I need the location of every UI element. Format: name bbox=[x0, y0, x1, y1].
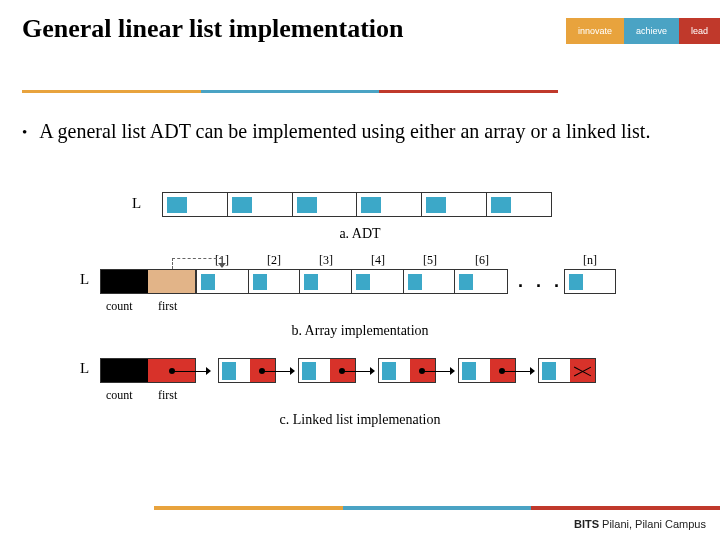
first-arrow-seg bbox=[172, 258, 222, 259]
linked-node-1 bbox=[218, 358, 276, 383]
null-pointer-icon bbox=[570, 359, 595, 382]
bullet-item: • A general list ADT can be implemented … bbox=[22, 118, 692, 145]
linked-L-label: L bbox=[80, 360, 89, 377]
svg-point-0 bbox=[441, 1, 489, 49]
linked-header-first bbox=[148, 359, 195, 382]
footer-rest: Pilani, Pilani Campus bbox=[599, 518, 706, 530]
idx-3: [3] bbox=[300, 253, 352, 268]
array-cell-n bbox=[564, 269, 616, 294]
array-header-first bbox=[148, 270, 195, 293]
array-indices: [1] [2] [3] [4] [5] [6] bbox=[196, 253, 508, 268]
first-arrow-head-icon bbox=[218, 263, 226, 268]
first-arrow-seg bbox=[172, 258, 173, 269]
adt-row: L a. ADT bbox=[80, 192, 640, 247]
bullet-text: A general list ADT can be implemented us… bbox=[39, 118, 650, 145]
array-first-label: first bbox=[158, 299, 177, 314]
adt-caption: a. ADT bbox=[80, 226, 640, 242]
linked-node-4 bbox=[458, 358, 516, 383]
array-header-count bbox=[101, 270, 148, 293]
footer-text: BITS Pilani, Pilani Campus bbox=[574, 518, 706, 530]
title-underline bbox=[22, 90, 558, 93]
linked-first-label: first bbox=[158, 388, 177, 403]
linked-caption: c. Linked list implemenation bbox=[80, 412, 640, 428]
linked-header-box bbox=[100, 358, 196, 383]
tab-achieve: achieve bbox=[624, 18, 679, 44]
array-L-label: L bbox=[80, 271, 89, 288]
array-cells bbox=[196, 269, 508, 294]
adt-L-label: L bbox=[132, 195, 141, 212]
linked-node-2 bbox=[298, 358, 356, 383]
footer-brand: BITS bbox=[574, 518, 599, 530]
linked-header-count bbox=[101, 359, 148, 382]
idx-2: [2] bbox=[248, 253, 300, 268]
array-caption: b. Array implementation bbox=[80, 323, 640, 339]
slide-header: General linear list implementation innov… bbox=[0, 0, 720, 64]
idx-5: [5] bbox=[404, 253, 456, 268]
adt-container bbox=[162, 192, 552, 217]
footer-rule bbox=[154, 506, 720, 510]
diagram-figure: L a. ADT [1] [2] [3] [4] [5] [6] [n] L bbox=[80, 192, 640, 447]
tab-innovate: innovate bbox=[566, 18, 624, 44]
idx-4: [4] bbox=[352, 253, 404, 268]
array-row: [1] [2] [3] [4] [5] [6] [n] L . . . coun… bbox=[80, 253, 640, 348]
idx-n: [n] bbox=[564, 253, 616, 268]
linked-node-3 bbox=[378, 358, 436, 383]
svg-point-1 bbox=[505, 0, 545, 40]
bullet-marker: • bbox=[22, 124, 27, 145]
tab-lead: lead bbox=[679, 18, 720, 44]
linked-node-5 bbox=[538, 358, 596, 383]
brand-tabs: innovate achieve lead bbox=[566, 18, 720, 44]
array-count-label: count bbox=[106, 299, 133, 314]
idx-6: [6] bbox=[456, 253, 508, 268]
linked-count-label: count bbox=[106, 388, 133, 403]
array-ellipsis: . . . bbox=[518, 271, 563, 292]
array-header-box bbox=[100, 269, 196, 294]
linked-row: L count first bbox=[80, 352, 640, 447]
slide-title: General linear list implementation bbox=[22, 14, 404, 44]
